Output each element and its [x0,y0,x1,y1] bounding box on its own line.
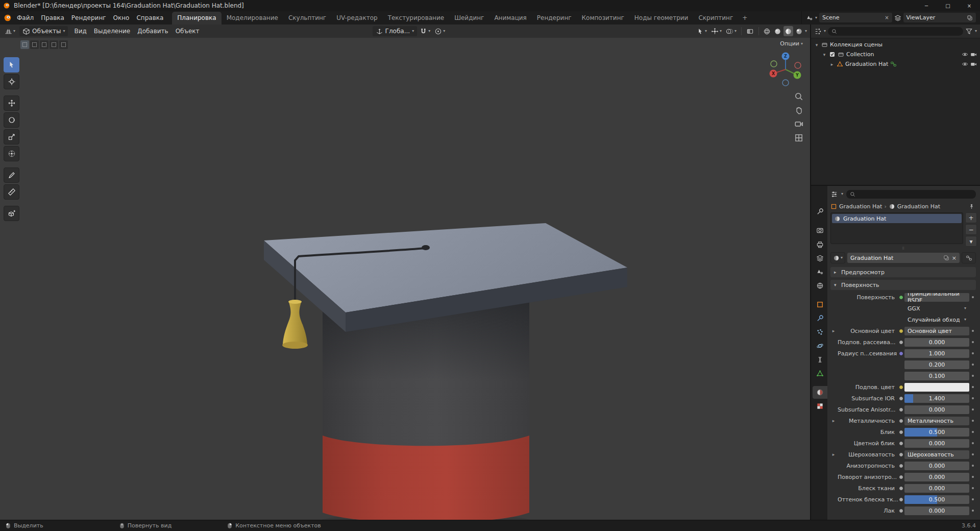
viewport-menu[interactable]: Объект [172,25,203,38]
menubar-menu[interactable]: Рендеринг [68,11,110,25]
tool-rotate-button[interactable] [4,112,19,128]
camera-icon[interactable] [970,61,977,67]
outliner-row[interactable]: ▾Коллекция сцены [811,40,980,50]
slider-field[interactable]: 0.500 [904,428,969,437]
viewlayer-selector[interactable]: ViewLayer [903,13,976,22]
properties-tab-texture[interactable] [813,400,827,413]
dropdown-field[interactable]: GGX▾ [904,304,969,313]
properties-tab-render[interactable] [813,224,827,237]
viewport-menu[interactable]: Добавить [134,25,172,38]
properties-tab-modifiers[interactable] [813,312,827,325]
properties-tab-material[interactable] [813,386,827,399]
select-mode-intersect-button[interactable] [59,40,68,49]
material-slot-list[interactable]: Graduation Hat [830,212,963,244]
app-menu-icon[interactable] [4,14,12,22]
scene-selector[interactable]: Scene × [819,13,892,22]
select-mode-subtract-button[interactable] [40,40,48,49]
gizmo-z-negative[interactable] [782,80,789,86]
chevron-down-icon[interactable]: ▾ [815,16,817,20]
linked-value-field[interactable]: Шероховатость [904,450,969,459]
surface-section-header[interactable]: ▾ Поверхность [830,280,976,290]
workspace-tab[interactable]: Ноды геометрии [629,12,694,25]
outliner-row[interactable]: ▸Graduation Hat [811,59,980,69]
color-swatch[interactable] [904,383,969,392]
expand-arrow-icon[interactable]: ▸ [831,452,836,457]
slider-field[interactable]: 1.400 [904,394,969,403]
expand-icon[interactable]: ▸ [829,62,835,67]
transform-orientation-dropdown[interactable]: Глоба... ▾ [373,26,418,36]
proportional-edit-toggle[interactable]: ▾ [433,26,447,36]
properties-search-input[interactable] [846,190,976,199]
select-mode-invert-button[interactable] [50,40,58,49]
tool-transform-button[interactable] [4,146,19,161]
tool-move-button[interactable] [4,95,19,111]
gizmos-dropdown[interactable]: ▾ [709,26,723,36]
select-mode-extend-button[interactable] [30,40,39,49]
remove-slot-button[interactable]: − [965,224,977,235]
viewlayer-copy-icon[interactable] [967,15,973,21]
menubar-menu[interactable]: Файл [13,11,37,25]
camera-view-icon[interactable] [794,119,803,129]
tool-annotate-button[interactable] [4,167,19,183]
scene-browse-icon[interactable] [806,14,813,21]
properties-tab-tool[interactable] [813,205,827,218]
material-name-field[interactable]: Graduation Hat × [847,253,960,263]
properties-tab-data[interactable] [813,367,827,380]
pan-hand-icon[interactable] [794,106,803,115]
breadcrumb-material[interactable]: Graduation Hat [897,203,940,210]
workspace-tab[interactable]: Текстурирование [383,12,449,25]
viewport-menu[interactable]: Выделение [90,25,134,38]
tool-tweak-box-select-button[interactable] [4,57,19,73]
number-field[interactable]: 0.000 [904,484,969,493]
editor-type-button[interactable]: ▾ [3,26,17,36]
use-nodes-button[interactable] [962,252,976,263]
tool-measure-button[interactable] [4,184,19,200]
chevron-down-icon[interactable]: ▾ [975,29,977,33]
collapse-icon[interactable]: ▾ [814,42,819,47]
eye-icon[interactable] [962,61,968,67]
scene-unlink-button[interactable]: × [885,15,889,20]
number-field[interactable]: 0.000 [904,462,969,470]
workspace-tab[interactable]: Анимация [489,12,531,25]
outliner-row[interactable]: ▾Collection [811,50,980,59]
select-mode-set-button[interactable] [20,40,29,49]
chevron-down-icon[interactable]: ▾ [805,29,807,33]
shading-material-button[interactable] [783,26,793,36]
xray-toggle[interactable] [745,26,755,36]
number-field[interactable]: 0.000 [904,439,969,448]
tool-scale-button[interactable] [4,129,19,144]
viewlayer-browse-icon[interactable] [894,14,901,21]
properties-tab-output[interactable] [813,238,827,251]
number-field[interactable]: 0.000 [904,338,969,347]
add-slot-button[interactable]: + [965,212,977,223]
number-field[interactable]: 0.000 [904,473,969,481]
gizmo-y-negative[interactable] [771,61,777,67]
workspace-tab[interactable]: UV-редактор [331,12,382,25]
overlays-dropdown[interactable]: ▾ [724,26,738,36]
chevron-down-icon[interactable]: ▾ [841,192,843,196]
minimize-button[interactable]: ─ [916,0,937,11]
number-field[interactable]: 0.000 [904,506,969,515]
slot-specials-button[interactable]: ▾ [965,236,977,247]
preview-section-header[interactable]: ▸ Предпросмотр [830,267,976,277]
workspace-tab[interactable]: Композитинг [577,12,629,25]
snap-toggle[interactable]: ▾ [418,26,432,36]
menubar-menu[interactable]: Правка [37,11,68,25]
gizmo-x-negative[interactable] [795,62,801,68]
number-field[interactable]: 0.100 [904,372,969,380]
linked-value-field[interactable]: Металличность [904,417,969,425]
chevron-down-icon[interactable]: ▾ [443,29,445,33]
dropdown-field[interactable]: Случайный обход▾ [904,316,969,324]
shading-wireframe-button[interactable] [762,26,772,36]
slider-field[interactable]: 0.500 [904,495,969,504]
menubar-menu[interactable]: Справка [133,11,167,25]
expand-arrow-icon[interactable]: ▸ [831,328,836,333]
copy-icon[interactable] [943,255,949,261]
breadcrumb-object[interactable]: Graduation Hat [839,203,882,210]
viewport-menu[interactable]: Вид [70,25,90,38]
properties-tab-constraints[interactable] [813,353,827,366]
ortho-grid-icon[interactable] [794,133,803,142]
properties-tab-object[interactable] [813,298,827,311]
outliner-editor-icon[interactable] [814,28,822,35]
properties-tab-particles[interactable] [813,326,827,339]
